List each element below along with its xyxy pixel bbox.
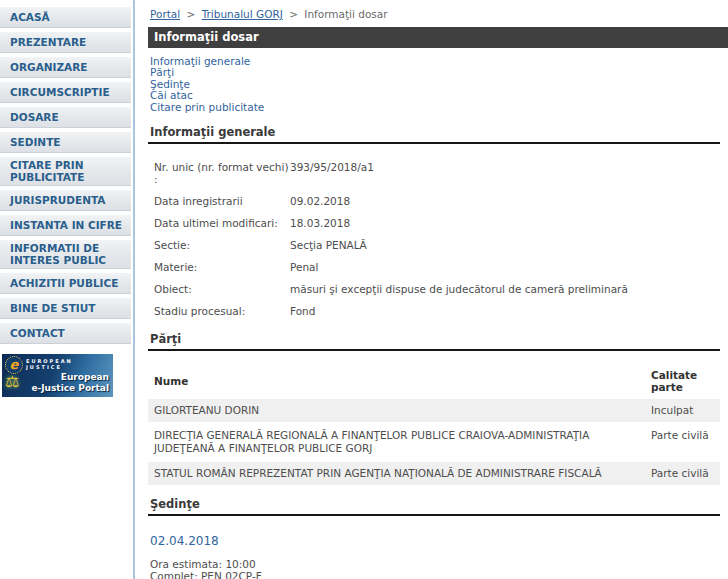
- quick-links: Informaţii generale Părţi Şedinţe Căi at…: [148, 56, 728, 113]
- field-label: Obiect:: [148, 283, 290, 295]
- breadcrumb-current: Informaţii dosar: [304, 8, 387, 20]
- sidebar-divider: [133, 0, 135, 579]
- quicklink-parti[interactable]: Părţi: [150, 67, 728, 78]
- sidebar: ACASĂ PREZENTARE ORGANIZARE CIRCUMSCRIPT…: [0, 7, 131, 397]
- parte-calitate: Inculpat: [645, 399, 720, 422]
- field-row-data-ultimei-modificari: Data ultimei modificari: 18.03.2018: [148, 212, 728, 234]
- field-label: Materie:: [148, 261, 290, 273]
- field-row-sectie: Sectie: Secţia PENALĂ: [148, 234, 728, 256]
- field-label: Sectie:: [148, 239, 290, 251]
- hearing-detail-ora-estimata: Ora estimata: 10:00: [150, 558, 728, 570]
- field-value: 18.03.2018: [290, 217, 360, 229]
- field-value: Fond: [290, 305, 325, 317]
- quicklink-citare-prin-publicitate[interactable]: Citare prin publicitate: [150, 102, 728, 113]
- quicklink-sedinte[interactable]: Şedinţe: [150, 79, 728, 90]
- ejustice-banner-title: European e-Justice Portal: [31, 372, 109, 393]
- table-row: DIRECŢIA GENERALĂ REGIONALĂ A FINANŢELOR…: [148, 424, 720, 460]
- field-value: 09.02.2018: [290, 195, 360, 207]
- field-value: măsuri şi excepţii dispuse de judecătoru…: [290, 283, 638, 295]
- field-label: Data ultimei modificari:: [148, 217, 290, 229]
- breadcrumb-separator: >: [289, 8, 298, 20]
- field-value: Secţia PENALĂ: [290, 239, 377, 251]
- ejustice-portal-banner[interactable]: e EUROPEAN JUSTICE ⚖ European e-Justice …: [2, 354, 113, 397]
- ejustice-title-line1: European: [31, 372, 109, 383]
- sidebar-item-organizare[interactable]: ORGANIZARE: [0, 57, 131, 78]
- field-row-nr-unic: Nr. unic (nr. format vechi) : 393/95/201…: [148, 156, 728, 190]
- breadcrumb-link-tribunalul-gorj[interactable]: Tribunalul GORJ: [202, 8, 283, 20]
- field-label: Nr. unic (nr. format vechi) :: [148, 161, 290, 185]
- field-value: Penal: [290, 261, 328, 273]
- sidebar-item-prezentare[interactable]: PREZENTARE: [0, 32, 131, 53]
- parte-nume: DIRECŢIA GENERALĂ REGIONALĂ A FINANŢELOR…: [148, 424, 645, 460]
- parte-calitate: Parte civilă: [645, 424, 720, 460]
- section-heading-parti: Părţi: [148, 332, 720, 351]
- column-header-calitate-parte: Calitate parte: [645, 365, 720, 397]
- field-row-materie: Materie: Penal: [148, 256, 728, 278]
- hearing-detail-complet: Complet: PEN 02CP-F: [150, 570, 728, 579]
- breadcrumb-separator: >: [187, 8, 196, 20]
- page-title: Informaţii dosar: [148, 27, 728, 48]
- table-row: STATUL ROMÂN REPREZENTAT PRIN AGENŢIA NA…: [148, 462, 720, 485]
- field-label: Data inregistrarii: [148, 195, 290, 207]
- ejustice-logo-word-justice: JUSTICE: [26, 364, 73, 370]
- breadcrumb-link-portal[interactable]: Portal: [150, 8, 180, 20]
- sidebar-item-instanta-in-cifre[interactable]: INSTANTA IN CIFRE: [0, 215, 131, 236]
- field-label: Stadiu procesual:: [148, 305, 290, 317]
- sidebar-item-circumscriptie[interactable]: CIRCUMSCRIPTIE: [0, 82, 131, 103]
- scales-of-justice-icon: ⚖: [5, 372, 19, 392]
- quicklink-cai-atac[interactable]: Căi atac: [150, 90, 728, 101]
- parti-table-header-row: Nume Calitate parte: [148, 365, 720, 397]
- section-heading-informatii-generale: Informaţii generale: [148, 125, 720, 144]
- sidebar-item-jurisprudenta[interactable]: JURISPRUDENTA: [0, 190, 131, 211]
- field-row-obiect: Obiect: măsuri şi excepţii dispuse de ju…: [148, 278, 728, 300]
- sidebar-item-dosare[interactable]: DOSARE: [0, 107, 131, 128]
- sidebar-item-acasa[interactable]: ACASĂ: [0, 7, 131, 28]
- field-value: 393/95/2018/a1: [290, 161, 384, 185]
- field-row-data-inregistrarii: Data inregistrarii 09.02.2018: [148, 190, 728, 212]
- parti-table: Nume Calitate parte GILORTEANU DORIN Inc…: [148, 363, 720, 487]
- hearing-details: Ora estimata: 10:00 Complet: PEN 02CP-F …: [148, 558, 728, 579]
- table-row: GILORTEANU DORIN Inculpat: [148, 399, 720, 422]
- ejustice-title-line2: e-Justice Portal: [31, 383, 109, 394]
- hearing-date-link[interactable]: 02.04.2018: [150, 534, 219, 548]
- general-info-fields: Nr. unic (nr. format vechi) : 393/95/201…: [148, 156, 728, 322]
- sidebar-item-sedinte[interactable]: SEDINTE: [0, 132, 131, 153]
- quicklink-informatii-generale[interactable]: Informaţii generale: [150, 56, 728, 67]
- sidebar-item-citare-prin-publicitate[interactable]: CITARE PRIN PUBLICITATE: [0, 157, 131, 186]
- parte-nume: STATUL ROMÂN REPREZENTAT PRIN AGENŢIA NA…: [148, 462, 645, 485]
- ejustice-logo-words: EUROPEAN JUSTICE: [26, 358, 73, 370]
- section-heading-sedinte: Şedinţe: [148, 497, 720, 516]
- breadcrumb: Portal > Tribunalul GORJ > Informaţii do…: [148, 8, 728, 20]
- sidebar-item-achizitii-publice[interactable]: ACHIZITII PUBLICE: [0, 273, 131, 294]
- parte-calitate: Parte civilă: [645, 462, 720, 485]
- sidebar-item-contact[interactable]: CONTACT: [0, 323, 131, 344]
- parte-nume: GILORTEANU DORIN: [148, 399, 645, 422]
- main-content: Portal > Tribunalul GORJ > Informaţii do…: [148, 0, 728, 579]
- sidebar-item-informatii-de-interes-public[interactable]: INFORMATII DE INTERES PUBLIC: [0, 240, 131, 269]
- sidebar-item-bine-de-stiut[interactable]: BINE DE STIUT: [0, 298, 131, 319]
- column-header-nume: Nume: [148, 365, 645, 397]
- field-row-stadiu-procesual: Stadiu procesual: Fond: [148, 300, 728, 322]
